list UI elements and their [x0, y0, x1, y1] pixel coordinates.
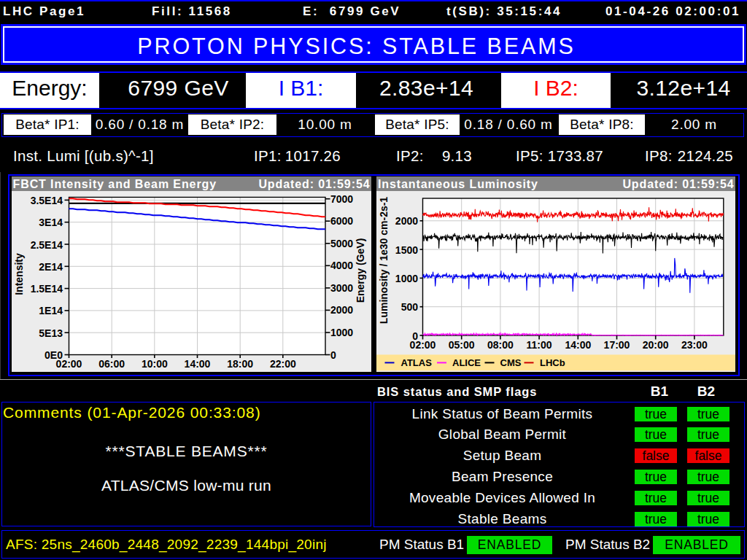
- svg-text:6000: 6000: [330, 215, 353, 227]
- svg-text:5000: 5000: [330, 238, 353, 249]
- svg-text:23:00: 23:00: [681, 339, 707, 351]
- svg-text:10:00: 10:00: [141, 358, 167, 370]
- svg-text:08:00: 08:00: [487, 339, 513, 351]
- svg-text:1000: 1000: [395, 273, 417, 284]
- svg-text:Updated: 01:59:54: Updated: 01:59:54: [622, 178, 734, 190]
- svg-text:4000: 4000: [330, 260, 353, 271]
- svg-text:1E14: 1E14: [39, 305, 63, 316]
- svg-text:17:00: 17:00: [603, 339, 630, 351]
- svg-text:Instantaneous Luminosity: Instantaneous Luminosity: [378, 178, 538, 190]
- svg-text:3E14: 3E14: [39, 217, 63, 228]
- svg-text:1.5E14: 1.5E14: [30, 283, 63, 295]
- svg-text:Luminosity / 1e30 cm-2s-1: Luminosity / 1e30 cm-2s-1: [377, 197, 389, 324]
- svg-text:5E13: 5E13: [39, 327, 63, 339]
- svg-text:Intensity: Intensity: [12, 253, 24, 295]
- svg-text:3000: 3000: [330, 282, 353, 294]
- svg-text:Updated: 01:59:54: Updated: 01:59:54: [258, 178, 370, 190]
- svg-text:2E14: 2E14: [39, 261, 63, 273]
- svg-text:18:00: 18:00: [227, 358, 253, 370]
- svg-text:06:00: 06:00: [98, 358, 125, 370]
- svg-text:CMS: CMS: [500, 357, 521, 368]
- svg-text:02:00: 02:00: [55, 358, 82, 370]
- svg-text:2.5E14: 2.5E14: [30, 239, 63, 251]
- svg-text:FBCT Intensity and Beam Energy: FBCT Intensity and Beam Energy: [12, 178, 217, 190]
- svg-text:0: 0: [330, 349, 336, 361]
- svg-text:1500: 1500: [395, 244, 417, 256]
- svg-text:02:00: 02:00: [409, 339, 436, 351]
- svg-text:22:00: 22:00: [269, 358, 295, 370]
- svg-text:ATLAS: ATLAS: [400, 357, 432, 368]
- svg-text:1000: 1000: [330, 327, 353, 338]
- svg-text:500: 500: [400, 301, 418, 313]
- svg-text:2000: 2000: [395, 215, 417, 227]
- svg-text:11:00: 11:00: [526, 339, 551, 351]
- svg-text:LHCb: LHCb: [540, 357, 565, 368]
- svg-text:ALICE: ALICE: [452, 357, 481, 368]
- svg-text:7000: 7000: [330, 193, 353, 205]
- svg-text:3.5E14: 3.5E14: [30, 195, 63, 206]
- svg-text:14:00: 14:00: [565, 339, 591, 351]
- svg-text:05:00: 05:00: [448, 339, 474, 351]
- svg-text:Energy (GeV): Energy (GeV): [355, 238, 366, 303]
- svg-text:2000: 2000: [330, 304, 353, 316]
- svg-text:14:00: 14:00: [184, 358, 210, 370]
- svg-text:20:00: 20:00: [642, 339, 668, 351]
